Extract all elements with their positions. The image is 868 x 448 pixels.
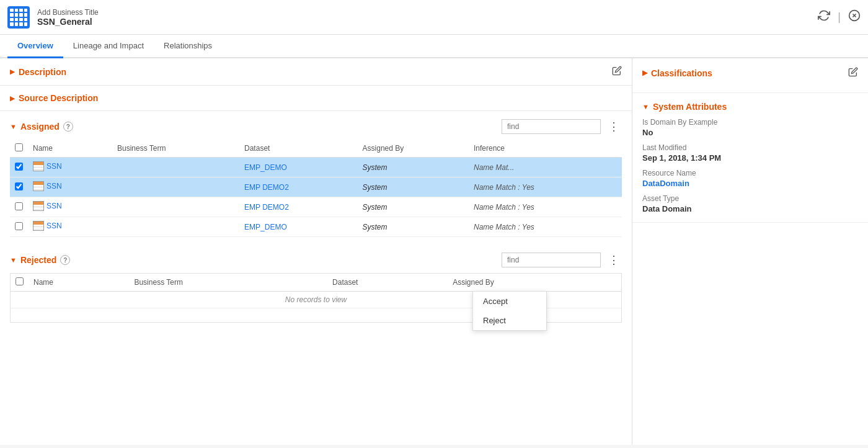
assigned-help-icon[interactable]: ? bbox=[63, 122, 73, 132]
tab-relationships[interactable]: Relationships bbox=[154, 35, 222, 58]
row3-business-term-cell bbox=[112, 197, 239, 217]
attr-asset-type: Asset Type Data Domain bbox=[642, 194, 858, 213]
rejected-search-input[interactable] bbox=[502, 253, 601, 267]
right-panel: ▶ Classifications ▼ System Attributes bbox=[632, 58, 868, 445]
row1-business-term-cell bbox=[112, 158, 239, 177]
row4-inference-cell: Name Match : Yes bbox=[469, 217, 622, 237]
row3-dataset-cell: EMP DEMO2 bbox=[239, 197, 358, 217]
description-title[interactable]: ▶ Description bbox=[10, 67, 66, 77]
header-actions: | bbox=[818, 9, 861, 25]
system-attributes-section: ▼ System Attributes Is Domain By Example… bbox=[632, 93, 868, 223]
rejected-triangle: ▼ bbox=[10, 256, 17, 264]
system-attributes-label: System Attributes bbox=[653, 102, 727, 112]
row2-inference-cell: Name Match : Yes bbox=[469, 177, 622, 197]
assigned-select-all-checkbox[interactable] bbox=[15, 143, 23, 151]
left-panel: ▶ Description ▶ Source Description bbox=[0, 58, 632, 445]
header-separator: | bbox=[838, 11, 841, 24]
classifications-title[interactable]: ▶ Classifications bbox=[642, 68, 712, 78]
rejected-label: Rejected bbox=[20, 255, 56, 265]
main-layout: ▶ Description ▶ Source Description bbox=[0, 58, 868, 445]
row3-table-icon bbox=[33, 201, 44, 211]
row3-asset-icon: SSN bbox=[33, 201, 62, 211]
classifications-edit-icon[interactable] bbox=[848, 67, 858, 79]
row3-checkbox[interactable] bbox=[15, 202, 23, 210]
header-title-block: Add Business Title SSN_General bbox=[37, 8, 99, 27]
source-description-title[interactable]: ▶ Source Description bbox=[10, 93, 98, 103]
row2-checkbox-cell bbox=[10, 177, 28, 197]
row1-dataset-link[interactable]: EMP_DEMO bbox=[244, 163, 287, 172]
row1-ssn-link[interactable]: SSN bbox=[46, 162, 62, 171]
assigned-menu-button[interactable]: ⋮ bbox=[606, 119, 622, 135]
rejected-col-checkbox bbox=[11, 274, 29, 292]
attr-modified-value: Sep 1, 2018, 1:34 PM bbox=[642, 153, 858, 163]
assigned-col-checkbox bbox=[10, 140, 28, 158]
row4-assigned-by-cell: System bbox=[358, 217, 469, 237]
row2-ssn-link[interactable]: SSN bbox=[46, 182, 62, 190]
row4-checkbox-cell bbox=[10, 217, 28, 237]
source-description-triangle: ▶ bbox=[10, 95, 15, 102]
assigned-col-business-term: Business Term bbox=[112, 140, 239, 158]
system-attributes-header: ▼ System Attributes bbox=[642, 102, 858, 112]
table-row: SSN EMP_DEMO System Name Mat... bbox=[10, 158, 622, 177]
row2-business-term-cell bbox=[112, 177, 239, 197]
row1-table-icon bbox=[33, 161, 44, 171]
row3-dataset-link[interactable]: EMP DEMO2 bbox=[244, 203, 289, 212]
assigned-search-input[interactable] bbox=[502, 119, 601, 134]
row4-dataset-link[interactable]: EMP_DEMO bbox=[244, 223, 287, 231]
rejected-help-icon[interactable]: ? bbox=[60, 255, 70, 265]
app-header: Add Business Title SSN_General | bbox=[0, 0, 868, 35]
system-attributes-title[interactable]: ▼ System Attributes bbox=[642, 102, 727, 112]
attr-resource-value: DataDomain bbox=[642, 179, 858, 188]
row3-name-cell: SSN bbox=[28, 197, 112, 217]
row2-dataset-cell: EMP DEMO2 bbox=[239, 177, 358, 197]
classifications-triangle: ▶ bbox=[642, 69, 647, 77]
context-menu-reject[interactable]: Reject bbox=[473, 311, 546, 330]
row1-name-cell: SSN bbox=[28, 158, 112, 177]
rejected-col-assigned-by: Assigned By bbox=[448, 274, 621, 292]
table-row: SSN EMP_DEMO System Name Match : Yes bbox=[10, 217, 622, 237]
source-description-section: ▶ Source Description bbox=[0, 86, 632, 111]
refresh-button[interactable] bbox=[818, 9, 830, 25]
rejected-col-dataset: Dataset bbox=[327, 274, 448, 292]
attr-last-modified: Last Modified Sep 1, 2018, 1:34 PM bbox=[642, 143, 858, 163]
row1-inference-cell: Name Mat... bbox=[469, 158, 622, 177]
row4-name-cell: SSN bbox=[28, 217, 112, 237]
row4-ssn-link[interactable]: SSN bbox=[46, 222, 62, 230]
close-button[interactable] bbox=[848, 9, 861, 25]
assigned-label-group: ▼ Assigned ? bbox=[10, 122, 73, 132]
row1-checkbox[interactable] bbox=[15, 163, 23, 171]
row4-checkbox[interactable] bbox=[15, 222, 23, 230]
attr-domain-by-example: Is Domain By Example No bbox=[642, 118, 858, 137]
assigned-col-assigned-by: Assigned By bbox=[358, 140, 469, 158]
system-attributes-triangle: ▼ bbox=[642, 103, 649, 110]
row2-checkbox[interactable] bbox=[15, 182, 23, 190]
row2-asset-icon: SSN bbox=[33, 181, 62, 191]
row4-asset-icon: SSN bbox=[33, 221, 62, 231]
rejected-select-all-checkbox[interactable] bbox=[16, 277, 24, 285]
rejected-menu-button[interactable]: ⋮ bbox=[606, 252, 622, 268]
row1-checkbox-cell bbox=[10, 158, 28, 177]
attr-asset-value: Data Domain bbox=[642, 204, 858, 213]
app-logo[interactable] bbox=[7, 6, 30, 29]
description-header: ▶ Description bbox=[10, 66, 622, 78]
description-label: Description bbox=[19, 67, 66, 77]
row4-dataset-cell: EMP_DEMO bbox=[239, 217, 358, 237]
row1-system-text: System bbox=[363, 163, 388, 172]
table-row: SSN EMP DEMO2 System Name Match : Yes bbox=[10, 177, 622, 197]
row3-assigned-by-cell: System bbox=[358, 197, 469, 217]
row2-inference-text: Name Match : Yes bbox=[474, 183, 534, 192]
attr-asset-label: Asset Type bbox=[642, 194, 858, 203]
attr-domain-label: Is Domain By Example bbox=[642, 118, 858, 127]
description-edit-icon[interactable] bbox=[612, 66, 622, 78]
row1-asset-icon: SSN bbox=[33, 161, 62, 171]
rejected-table-header-row: Name Business Term Dataset Assigned By bbox=[11, 274, 621, 292]
attr-resource-name: Resource Name DataDomain bbox=[642, 169, 858, 188]
assigned-section-row: ▼ Assigned ? ⋮ bbox=[10, 119, 622, 135]
context-menu-accept[interactable]: Accept bbox=[473, 292, 546, 311]
row1-dataset-cell: EMP_DEMO bbox=[239, 158, 358, 177]
row2-dataset-link[interactable]: EMP DEMO2 bbox=[244, 183, 289, 192]
tab-overview[interactable]: Overview bbox=[7, 35, 63, 58]
row3-ssn-link[interactable]: SSN bbox=[46, 202, 62, 210]
attr-resource-label: Resource Name bbox=[642, 169, 858, 177]
tab-lineage[interactable]: Lineage and Impact bbox=[63, 35, 154, 58]
